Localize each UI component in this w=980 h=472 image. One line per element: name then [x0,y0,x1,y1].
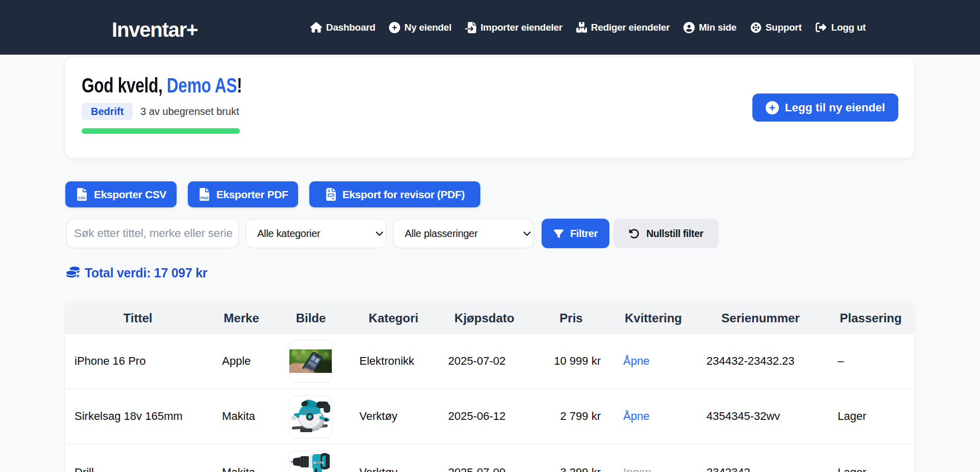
svg-text:PNG: PNG [200,196,208,200]
svg-text:CSV: CSV [78,196,86,200]
svg-text:Makita: Makita [313,460,324,464]
